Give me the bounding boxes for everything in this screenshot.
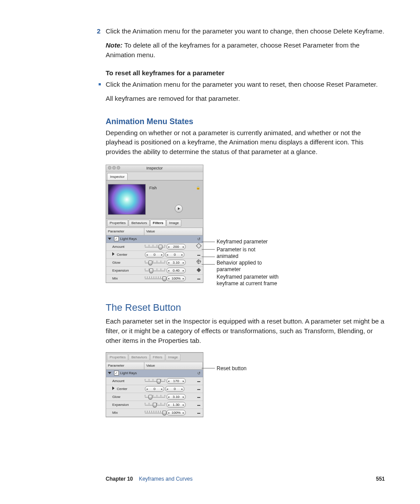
param-name: Amount bbox=[108, 244, 145, 250]
subtab-properties[interactable]: Properties bbox=[107, 354, 128, 361]
callout-reset-button: Reset button bbox=[217, 365, 247, 372]
enable-checkbox[interactable]: ✓ bbox=[114, 371, 119, 375]
value-field[interactable]: ◂1.30▸ bbox=[166, 402, 186, 408]
inspector-panel: Inspector Inspector Fish 🔒 Properties Be… bbox=[106, 165, 203, 283]
window-titlebar: Inspector bbox=[106, 165, 203, 172]
chapter-label: Chapter 10 bbox=[106, 476, 133, 482]
filter-group-row[interactable]: ✓ Light Rays ↺ bbox=[106, 235, 203, 243]
slider[interactable] bbox=[145, 379, 165, 383]
lock-icon[interactable]: 🔒 bbox=[196, 185, 200, 191]
slider[interactable] bbox=[145, 261, 165, 265]
param-name: Amount bbox=[108, 379, 145, 384]
param-name: Center bbox=[108, 386, 145, 392]
value-field[interactable]: ◂0▸ bbox=[165, 252, 184, 258]
filter-name: Light Rays bbox=[120, 371, 137, 376]
animation-menu-not-animated-icon[interactable] bbox=[197, 279, 200, 280]
slider[interactable] bbox=[145, 411, 165, 415]
subtab-behaviors[interactable]: Behaviors bbox=[129, 354, 150, 361]
param-row-center: Center ◂0▸ ◂0▸ bbox=[106, 385, 203, 393]
subtab-behaviors[interactable]: Behaviors bbox=[129, 220, 150, 227]
slider[interactable] bbox=[145, 395, 165, 399]
value-field[interactable]: ◂200▸ bbox=[166, 244, 186, 250]
animation-menu-not-animated-icon[interactable] bbox=[197, 255, 200, 256]
chapter-title: Keyframes and Curves bbox=[139, 476, 192, 482]
value-field[interactable]: ◂3.10▸ bbox=[166, 394, 186, 400]
param-row-center: Center ◂0▸ ◂0▸ bbox=[106, 251, 203, 259]
bullet-text: Click the Animation menu for the paramet… bbox=[106, 80, 385, 89]
value-field[interactable]: ◂0▸ bbox=[145, 252, 164, 258]
param-row-mix: Mix ◂100%▸ bbox=[106, 275, 203, 283]
note-label: Note: bbox=[106, 41, 122, 49]
subtask-heading: To reset all keyframes for a parameter bbox=[106, 68, 385, 78]
header-value: Value bbox=[144, 228, 203, 235]
note-paragraph: Note: To delete all of the keyframes for… bbox=[106, 40, 385, 60]
animation-menu-icon[interactable] bbox=[197, 405, 200, 406]
value-field[interactable]: ◂170▸ bbox=[166, 378, 186, 384]
param-row-mix: Mix ◂100%▸ bbox=[106, 409, 203, 417]
subtab-image[interactable]: Image bbox=[166, 354, 181, 361]
tab-inspector[interactable]: Inspector bbox=[107, 173, 128, 180]
enable-checkbox[interactable]: ✓ bbox=[114, 236, 119, 241]
param-name: Expansion bbox=[108, 402, 145, 408]
param-row-expansion: Expansion ◂1.30▸ bbox=[106, 401, 203, 409]
filter-group-row[interactable]: ✓ Light Rays ↺ bbox=[106, 370, 203, 378]
reset-icon[interactable]: ↺ bbox=[197, 236, 200, 239]
animation-menu-keyframed-icon[interactable] bbox=[196, 243, 202, 249]
disclosure-triangle-icon[interactable] bbox=[108, 238, 111, 240]
subtab-filters[interactable]: Filters bbox=[150, 220, 166, 227]
traffic-lights[interactable] bbox=[108, 166, 120, 169]
param-name: Expansion bbox=[108, 268, 145, 273]
value-field[interactable]: ◂100%▸ bbox=[166, 410, 186, 416]
disclosure-triangle-icon[interactable] bbox=[112, 252, 114, 256]
note-text: To delete all of the keyframes for a par… bbox=[106, 41, 360, 59]
subtab-filters[interactable]: Filters bbox=[150, 354, 165, 361]
value-field[interactable]: ◂0▸ bbox=[165, 386, 184, 392]
section-body-reset: Each parameter set in the Inspector is e… bbox=[106, 316, 385, 345]
value-field[interactable]: ◂0.40▸ bbox=[166, 268, 186, 273]
animation-menu-keyframe-current-icon[interactable] bbox=[196, 268, 201, 272]
play-button[interactable] bbox=[175, 205, 183, 213]
section-body: Depending on whether or not a parameter … bbox=[106, 128, 385, 157]
callout-behavior: Behavior applied to parameter bbox=[217, 260, 274, 273]
param-name: Mix bbox=[108, 410, 145, 416]
callout-keyframe-current: Keyframed parameter with keyframe at cur… bbox=[217, 274, 287, 287]
animation-menu-icon[interactable] bbox=[197, 389, 200, 390]
value-field[interactable]: ◂0▸ bbox=[145, 386, 164, 392]
section-heading-reset-button: The Reset Button bbox=[106, 301, 385, 315]
animation-menu-behavior-icon[interactable] bbox=[197, 260, 201, 264]
step-number: 2 bbox=[97, 26, 100, 36]
callout-not-animated: Parameter is not animated bbox=[217, 246, 269, 260]
inspector-panel-2: Properties Behaviors Filters Image Param… bbox=[106, 352, 203, 417]
param-name: Center bbox=[108, 252, 145, 258]
animation-menu-icon[interactable] bbox=[197, 397, 200, 398]
figure-inspector-animation-states: Inspector Inspector Fish 🔒 Properties Be… bbox=[106, 165, 370, 283]
result-text: All keyframes are removed for that param… bbox=[106, 94, 385, 103]
animation-menu-icon[interactable] bbox=[197, 381, 200, 382]
item-name: Fish bbox=[149, 185, 201, 191]
param-row-amount: Amount ◂170▸ bbox=[106, 377, 203, 385]
slider[interactable] bbox=[145, 403, 165, 407]
figure-reset-button: Properties Behaviors Filters Image Param… bbox=[106, 352, 326, 417]
header-parameter: Parameter bbox=[106, 228, 144, 235]
slider[interactable] bbox=[145, 277, 165, 280]
reset-button-icon[interactable]: ↺ bbox=[197, 371, 200, 374]
disclosure-triangle-icon[interactable] bbox=[108, 372, 111, 374]
slider[interactable] bbox=[145, 245, 165, 249]
param-row-glow: Glow ◂3.10▸ bbox=[106, 259, 203, 267]
animation-menu-icon[interactable] bbox=[197, 413, 200, 414]
disclosure-triangle-icon[interactable] bbox=[112, 386, 114, 390]
value-field[interactable]: ◂3.10▸ bbox=[166, 260, 186, 265]
value-field[interactable]: ◂100%▸ bbox=[166, 276, 186, 281]
param-name: Glow bbox=[108, 394, 145, 400]
param-row-expansion: Expansion ◂0.40▸ bbox=[106, 267, 203, 275]
footer-chapter: Chapter 10 Keyframes and Curves bbox=[106, 475, 192, 483]
step-text: Click the Animation menu for the paramet… bbox=[106, 26, 385, 36]
subtab-properties[interactable]: Properties bbox=[107, 220, 128, 227]
subtab-image[interactable]: Image bbox=[166, 220, 181, 227]
slider[interactable] bbox=[145, 269, 165, 272]
section-heading-animation-menu-states: Animation Menu States bbox=[106, 116, 385, 127]
param-row-amount: Amount ◂200▸ bbox=[106, 243, 203, 251]
param-name: Glow bbox=[108, 260, 145, 265]
param-row-glow: Glow ◂3.10▸ bbox=[106, 393, 203, 401]
window-title: Inspector bbox=[146, 166, 162, 170]
